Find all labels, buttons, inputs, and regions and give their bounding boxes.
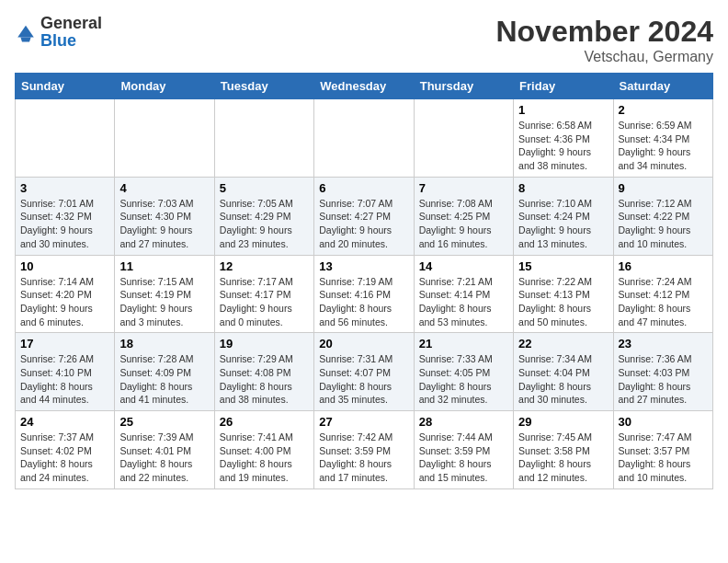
day-info: Sunrise: 7:07 AMSunset: 4:27 PMDaylight:… (319, 197, 408, 251)
day-number: 18 (119, 337, 209, 350)
weekday-header-sunday: Sunday (16, 74, 115, 99)
day-info: Sunrise: 6:58 AMSunset: 4:36 PMDaylight:… (518, 119, 608, 173)
day-info: Sunrise: 7:10 AMSunset: 4:24 PMDaylight:… (518, 197, 608, 251)
day-number: 28 (419, 415, 508, 429)
day-info: Sunrise: 7:29 AMSunset: 4:08 PMDaylight:… (220, 352, 309, 407)
day-info: Sunrise: 7:22 AMSunset: 4:13 PMDaylight:… (518, 275, 608, 329)
day-number: 21 (419, 337, 508, 350)
calendar-cell: 10Sunrise: 7:14 AMSunset: 4:20 PMDayligh… (16, 255, 115, 333)
day-info: Sunrise: 7:42 AMSunset: 3:59 PMDaylight:… (319, 431, 408, 485)
calendar-cell: 4Sunrise: 7:03 AMSunset: 4:30 PMDaylight… (115, 177, 214, 255)
calendar-cell: 18Sunrise: 7:28 AMSunset: 4:09 PMDayligh… (115, 333, 214, 411)
calendar-cell: 16Sunrise: 7:24 AMSunset: 4:12 PMDayligh… (613, 255, 712, 333)
day-info: Sunrise: 7:15 AMSunset: 4:19 PMDaylight:… (119, 275, 209, 329)
weekday-header-friday: Friday (514, 74, 613, 99)
title-section: November 2024 Vetschau, Germany (495, 15, 713, 65)
weekday-header-saturday: Saturday (613, 74, 712, 99)
page-header: General Blue November 2024 Vetschau, Ger… (15, 15, 713, 65)
day-number: 10 (20, 259, 109, 273)
week-row-5: 24Sunrise: 7:37 AMSunset: 4:02 PMDayligh… (16, 411, 713, 489)
calendar-cell: 13Sunrise: 7:19 AMSunset: 4:16 PMDayligh… (314, 255, 414, 333)
day-info: Sunrise: 7:45 AMSunset: 3:58 PMDaylight:… (518, 431, 608, 485)
day-info: Sunrise: 7:39 AMSunset: 4:01 PMDaylight:… (119, 431, 209, 485)
day-number: 22 (518, 337, 608, 350)
calendar-cell (414, 99, 513, 178)
calendar-cell: 26Sunrise: 7:41 AMSunset: 4:00 PMDayligh… (214, 411, 313, 489)
calendar-cell: 21Sunrise: 7:33 AMSunset: 4:05 PMDayligh… (414, 333, 513, 411)
day-info: Sunrise: 7:01 AMSunset: 4:32 PMDaylight:… (20, 197, 109, 251)
location: Vetschau, Germany (495, 49, 713, 65)
day-info: Sunrise: 7:37 AMSunset: 4:02 PMDaylight:… (20, 431, 109, 485)
week-row-3: 10Sunrise: 7:14 AMSunset: 4:20 PMDayligh… (16, 255, 713, 333)
weekday-header-row: SundayMondayTuesdayWednesdayThursdayFrid… (16, 74, 713, 99)
day-info: Sunrise: 7:19 AMSunset: 4:16 PMDaylight:… (319, 275, 408, 329)
calendar-table: SundayMondayTuesdayWednesdayThursdayFrid… (15, 73, 713, 489)
weekday-header-thursday: Thursday (414, 74, 513, 99)
calendar-cell: 8Sunrise: 7:10 AMSunset: 4:24 PMDaylight… (514, 177, 613, 255)
day-number: 2 (619, 103, 708, 117)
calendar-cell (115, 99, 214, 178)
day-info: Sunrise: 7:21 AMSunset: 4:14 PMDaylight:… (419, 275, 508, 329)
day-info: Sunrise: 7:41 AMSunset: 4:00 PMDaylight:… (220, 431, 309, 485)
weekday-header-tuesday: Tuesday (214, 74, 313, 99)
day-info: Sunrise: 7:26 AMSunset: 4:10 PMDaylight:… (20, 352, 109, 407)
day-number: 20 (319, 337, 408, 350)
day-number: 25 (119, 415, 209, 429)
day-info: Sunrise: 7:47 AMSunset: 3:57 PMDaylight:… (619, 431, 708, 485)
day-number: 26 (220, 415, 309, 429)
day-info: Sunrise: 7:08 AMSunset: 4:25 PMDaylight:… (419, 197, 508, 251)
calendar-cell: 23Sunrise: 7:36 AMSunset: 4:03 PMDayligh… (613, 333, 712, 411)
calendar-cell: 20Sunrise: 7:31 AMSunset: 4:07 PMDayligh… (314, 333, 414, 411)
day-number: 12 (220, 259, 309, 273)
day-number: 4 (119, 181, 209, 195)
calendar-cell: 29Sunrise: 7:45 AMSunset: 3:58 PMDayligh… (514, 411, 613, 489)
calendar-cell: 12Sunrise: 7:17 AMSunset: 4:17 PMDayligh… (214, 255, 313, 333)
calendar-cell: 7Sunrise: 7:08 AMSunset: 4:25 PMDaylight… (414, 177, 513, 255)
day-info: Sunrise: 7:36 AMSunset: 4:03 PMDaylight:… (619, 352, 708, 407)
calendar-cell: 2Sunrise: 6:59 AMSunset: 4:34 PMDaylight… (613, 99, 712, 178)
calendar-cell: 14Sunrise: 7:21 AMSunset: 4:14 PMDayligh… (414, 255, 513, 333)
calendar-cell: 24Sunrise: 7:37 AMSunset: 4:02 PMDayligh… (16, 411, 115, 489)
day-number: 11 (119, 259, 209, 273)
calendar-cell: 3Sunrise: 7:01 AMSunset: 4:32 PMDaylight… (16, 177, 115, 255)
calendar-cell: 15Sunrise: 7:22 AMSunset: 4:13 PMDayligh… (514, 255, 613, 333)
calendar-cell: 27Sunrise: 7:42 AMSunset: 3:59 PMDayligh… (314, 411, 414, 489)
day-number: 16 (619, 259, 708, 273)
day-number: 29 (518, 415, 608, 429)
day-info: Sunrise: 7:03 AMSunset: 4:30 PMDaylight:… (119, 197, 209, 251)
day-info: Sunrise: 7:05 AMSunset: 4:29 PMDaylight:… (220, 197, 309, 251)
day-info: Sunrise: 7:14 AMSunset: 4:20 PMDaylight:… (20, 275, 109, 329)
calendar-cell: 25Sunrise: 7:39 AMSunset: 4:01 PMDayligh… (115, 411, 214, 489)
day-number: 3 (20, 181, 109, 195)
day-number: 17 (20, 337, 109, 350)
day-number: 23 (619, 337, 708, 350)
day-number: 1 (518, 103, 608, 117)
calendar-cell: 22Sunrise: 7:34 AMSunset: 4:04 PMDayligh… (514, 333, 613, 411)
calendar-cell (214, 99, 313, 178)
svg-marker-0 (17, 26, 34, 38)
logo: General Blue (15, 15, 102, 50)
logo-text-blue: Blue (40, 31, 76, 50)
day-number: 24 (20, 415, 109, 429)
calendar-cell: 6Sunrise: 7:07 AMSunset: 4:27 PMDaylight… (314, 177, 414, 255)
calendar-cell: 30Sunrise: 7:47 AMSunset: 3:57 PMDayligh… (613, 411, 712, 489)
day-number: 30 (619, 415, 708, 429)
day-number: 19 (220, 337, 309, 350)
day-info: Sunrise: 7:28 AMSunset: 4:09 PMDaylight:… (119, 352, 209, 407)
calendar-cell: 17Sunrise: 7:26 AMSunset: 4:10 PMDayligh… (16, 333, 115, 411)
day-info: Sunrise: 7:12 AMSunset: 4:22 PMDaylight:… (619, 197, 708, 251)
calendar-cell (314, 99, 414, 178)
calendar-cell: 5Sunrise: 7:05 AMSunset: 4:29 PMDaylight… (214, 177, 313, 255)
logo-text-general: General (40, 14, 102, 32)
logo-icon (15, 21, 37, 43)
calendar-cell (16, 99, 115, 178)
calendar-cell: 11Sunrise: 7:15 AMSunset: 4:19 PMDayligh… (115, 255, 214, 333)
calendar-cell: 19Sunrise: 7:29 AMSunset: 4:08 PMDayligh… (214, 333, 313, 411)
day-number: 13 (319, 259, 408, 273)
day-info: Sunrise: 7:34 AMSunset: 4:04 PMDaylight:… (518, 352, 608, 407)
day-info: Sunrise: 7:31 AMSunset: 4:07 PMDaylight:… (319, 352, 408, 407)
day-number: 14 (419, 259, 508, 273)
svg-marker-1 (20, 38, 30, 42)
calendar-cell: 9Sunrise: 7:12 AMSunset: 4:22 PMDaylight… (613, 177, 712, 255)
day-info: Sunrise: 7:17 AMSunset: 4:17 PMDaylight:… (220, 275, 309, 329)
